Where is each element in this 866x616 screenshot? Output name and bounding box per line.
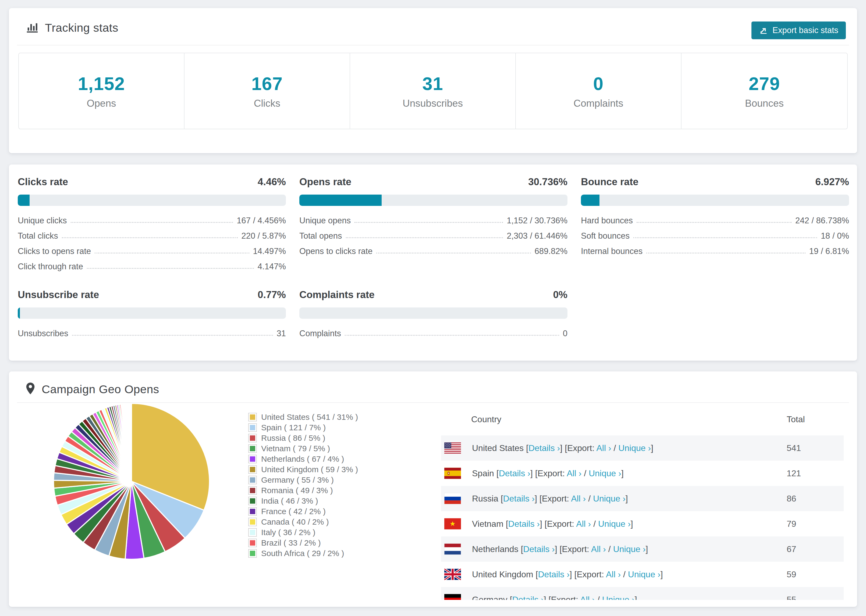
table-row-nl: Netherlands [Details ›] [Export: All › /…	[441, 536, 844, 562]
stat-label: Bounces	[745, 98, 784, 109]
legend-item-india[interactable]: India ( 46 / 3% )	[248, 496, 358, 506]
geo-title: Campaign Geo Opens	[42, 383, 159, 396]
export-button-label: Export basic stats	[772, 25, 838, 35]
legend-item-russia[interactable]: Russia ( 86 / 5% )	[248, 433, 358, 443]
country-name: Spain	[472, 468, 494, 478]
header-divider	[17, 45, 849, 46]
rate-row-value: 14.497%	[253, 247, 286, 256]
details-link[interactable]: Details ›	[538, 569, 569, 579]
export-unique-link[interactable]: Unique ›	[618, 443, 651, 453]
export-all-link[interactable]: All ›	[567, 468, 581, 478]
rate-row-label: Hard bounces	[581, 216, 633, 225]
legend-item-brazil[interactable]: Brazil ( 33 / 2% )	[248, 537, 358, 548]
legend-label: Brazil ( 33 / 2% )	[261, 538, 321, 547]
export-unique-link[interactable]: Unique ›	[598, 519, 631, 529]
rate-block-3: Unsubscribe rate0.77%Unsubscribes31	[18, 289, 286, 341]
export-basic-stats-button[interactable]: Export basic stats	[751, 22, 846, 39]
rate-row-label: Unique opens	[299, 216, 351, 225]
legend-color	[250, 435, 255, 441]
legend-item-spain[interactable]: Spain ( 121 / 7% )	[248, 422, 358, 433]
legend-swatch	[248, 507, 257, 516]
details-link[interactable]: Details ›	[503, 494, 535, 503]
legend-item-vietnam[interactable]: Vietnam ( 79 / 5% )	[248, 443, 358, 454]
rate-row-value: 2,303 / 61.446%	[507, 231, 567, 241]
rate-row-label: Click through rate	[18, 262, 83, 272]
flag-icon-ru	[444, 493, 461, 504]
rate-block-0: Clicks rate4.46%Unique clicks167 / 4.456…	[18, 176, 286, 274]
export-unique-link[interactable]: Unique ›	[593, 494, 625, 503]
export-all-link[interactable]: All ›	[580, 595, 595, 600]
rate-title: Opens rate	[299, 176, 351, 188]
progress-bar-fill	[18, 195, 30, 206]
export-unique-link[interactable]: Unique ›	[602, 595, 635, 600]
total-cell: 86	[787, 494, 796, 504]
export-unique-link[interactable]: Unique ›	[613, 544, 646, 554]
stat-value: 0	[593, 73, 604, 94]
legend-item-canada[interactable]: Canada ( 40 / 2% )	[248, 517, 358, 527]
table-row-de: Germany [Details ›] [Export: All › / Uni…	[441, 587, 844, 600]
rate-row: Click through rate4.147%	[18, 259, 286, 274]
dotted-leader	[62, 237, 238, 238]
flag-icon-de	[444, 594, 461, 600]
export-all-link[interactable]: All ›	[591, 544, 606, 554]
rate-row: Hard bounces242 / 86.738%	[581, 213, 849, 228]
export-all-link[interactable]: All ›	[606, 569, 621, 579]
rate-row-label: Clicks to opens rate	[18, 247, 91, 256]
rate-head: Unsubscribe rate0.77%	[18, 289, 286, 300]
rate-head: Complaints rate0%	[299, 289, 567, 300]
legend-item-italy[interactable]: Italy ( 36 / 2% )	[248, 527, 358, 537]
legend-label: Italy ( 36 / 2% )	[261, 528, 315, 537]
rate-value: 0.77%	[258, 289, 286, 300]
rate-title: Clicks rate	[18, 176, 68, 188]
progress-bar-fill	[18, 308, 20, 319]
rates-grid: Clicks rate4.46%Unique clicks167 / 4.456…	[9, 165, 857, 341]
export-all-link[interactable]: All ›	[571, 494, 586, 503]
details-link[interactable]: Details ›	[508, 519, 540, 529]
rate-block-2: Bounce rate6.927%Hard bounces242 / 86.73…	[581, 176, 849, 274]
progress-bar	[299, 195, 567, 206]
legend-swatch	[248, 465, 257, 474]
rate-row-value: 0	[563, 329, 567, 338]
details-link[interactable]: Details ›	[512, 595, 543, 600]
legend-item-netherlands[interactable]: Netherlands ( 67 / 4% )	[248, 454, 358, 464]
dotted-leader	[646, 253, 806, 253]
export-all-link[interactable]: All ›	[596, 443, 611, 453]
legend-label: United Kingdom ( 59 / 3% )	[261, 465, 358, 474]
legend-item-united-states[interactable]: United States ( 541 / 31% )	[248, 412, 358, 422]
details-link[interactable]: Details ›	[499, 468, 531, 478]
country-cell: United States [Details ›] [Export: All ›…	[472, 443, 653, 453]
details-link[interactable]: Details ›	[529, 443, 560, 453]
country-name: Russia	[472, 494, 498, 503]
details-link[interactable]: Details ›	[523, 544, 554, 554]
rate-row-value: 31	[277, 329, 286, 338]
legend-item-france[interactable]: France ( 42 / 2% )	[248, 506, 358, 517]
export-unique-link[interactable]: Unique ›	[589, 468, 621, 478]
rate-row-label: Total clicks	[18, 231, 58, 241]
legend-label: Vietnam ( 79 / 5% )	[261, 444, 330, 453]
rate-head: Bounce rate6.927%	[581, 176, 849, 188]
legend-item-romania[interactable]: Romania ( 49 / 3% )	[248, 485, 358, 496]
legend-color	[250, 477, 255, 483]
country-name: United States	[472, 443, 524, 453]
legend-color	[250, 467, 255, 472]
legend-color	[250, 446, 255, 451]
rate-value: 6.927%	[816, 176, 849, 188]
export-all-link[interactable]: All ›	[576, 519, 591, 529]
geo-opens-pie-chart	[52, 402, 211, 561]
rate-row-label: Complaints	[299, 329, 341, 338]
export-unique-link[interactable]: Unique ›	[628, 569, 661, 579]
rate-row: Complaints0	[299, 326, 567, 341]
flag-icon-us	[444, 442, 461, 454]
legend-color	[250, 498, 255, 504]
legend-item-germany[interactable]: Germany ( 55 / 3% )	[248, 475, 358, 485]
rate-row-value: 19 / 6.81%	[809, 247, 849, 256]
legend-color	[250, 425, 255, 430]
rate-row-value: 1,152 / 30.736%	[507, 216, 567, 225]
legend-item-united-kingdom[interactable]: United Kingdom ( 59 / 3% )	[248, 464, 358, 475]
tracking-stats-card: Tracking stats Export basic stats 1,152O…	[9, 8, 857, 153]
legend-label: Canada ( 40 / 2% )	[261, 517, 329, 526]
legend-item-south-africa[interactable]: South Africa ( 29 / 2% )	[248, 548, 358, 558]
tracking-stats-header: Tracking stats	[9, 8, 857, 35]
country-cell: Russia [Details ›] [Export: All › / Uniq…	[472, 494, 628, 504]
legend-swatch	[248, 497, 257, 505]
